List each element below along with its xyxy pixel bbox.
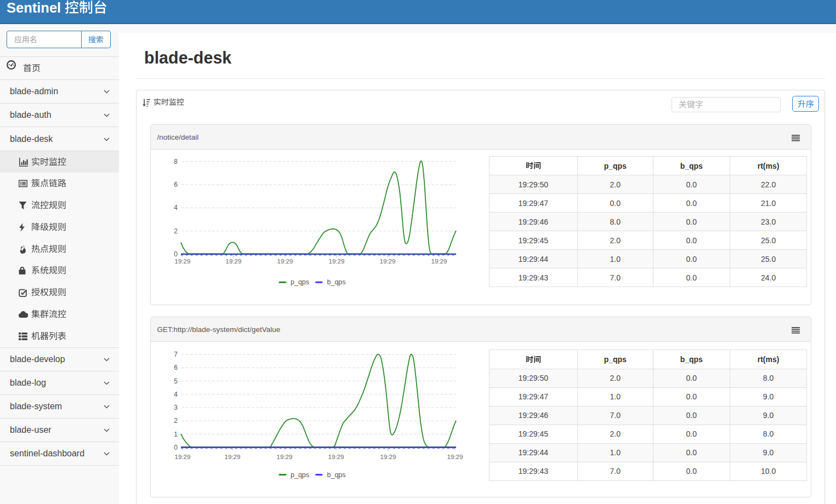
- svg-text:p_qps: p_qps: [291, 471, 309, 479]
- svg-text:19:29: 19:29: [225, 454, 241, 460]
- svg-text:19:29: 19:29: [431, 259, 447, 265]
- svg-text:5: 5: [174, 377, 178, 385]
- svg-text:p_qps: p_qps: [291, 279, 309, 287]
- svg-text:2: 2: [174, 227, 178, 235]
- svg-text:2: 2: [174, 417, 178, 425]
- svg-text:19:29: 19:29: [380, 259, 396, 265]
- svg-text:b_qps: b_qps: [327, 471, 346, 479]
- svg-text:19:29: 19:29: [380, 454, 396, 460]
- svg-text:3: 3: [174, 404, 178, 411]
- svg-text:b_qps: b_qps: [327, 279, 346, 287]
- svg-text:6: 6: [174, 181, 178, 188]
- svg-text:19:29: 19:29: [226, 259, 242, 265]
- svg-text:6: 6: [174, 364, 178, 372]
- svg-text:7: 7: [174, 351, 178, 358]
- svg-text:4: 4: [174, 204, 178, 212]
- svg-text:0: 0: [174, 444, 178, 451]
- svg-text:19:29: 19:29: [328, 454, 344, 460]
- svg-text:0: 0: [174, 251, 178, 259]
- svg-text:1: 1: [174, 431, 178, 438]
- svg-text:19:29: 19:29: [329, 259, 345, 265]
- svg-text:19:29: 19:29: [447, 454, 463, 460]
- svg-text:4: 4: [174, 391, 178, 398]
- svg-text:8: 8: [174, 158, 178, 165]
- svg-text:19:29: 19:29: [277, 454, 293, 460]
- svg-text:19:29: 19:29: [277, 259, 293, 265]
- svg-text:19:29: 19:29: [175, 454, 191, 460]
- svg-text:19:29: 19:29: [175, 259, 191, 265]
